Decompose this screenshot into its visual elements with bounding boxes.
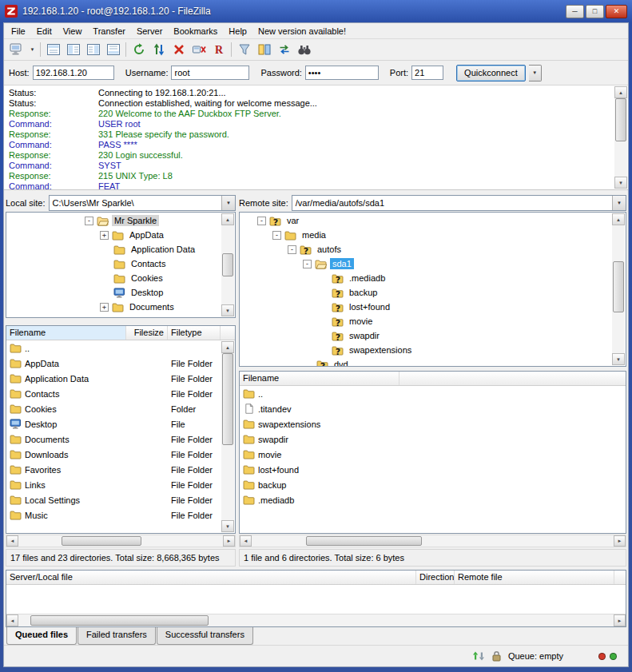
menu-help[interactable]: Help	[223, 25, 252, 38]
queue-column-header-remote-file[interactable]: Remote file	[455, 571, 614, 584]
scroll-down-button[interactable]: ▼	[221, 520, 234, 532]
menu-bookmarks[interactable]: Bookmarks	[168, 25, 223, 38]
scroll-left-button[interactable]: ◄	[6, 614, 18, 626]
queue-column-header-direction[interactable]: Direction	[416, 571, 455, 584]
collapse-expander-icon[interactable]: -	[272, 231, 281, 240]
remote-tree-item-swapextensions[interactable]: ?swapextensions	[242, 343, 611, 357]
tab-successful-transfers[interactable]: Successful transfers	[157, 627, 253, 645]
menu-transfer[interactable]: Transfer	[87, 25, 131, 38]
local-file-row-application-data[interactable]: Application DataFile Folder	[6, 371, 235, 386]
local-list-scrollbar[interactable]: ▲▼	[221, 341, 234, 532]
expand-expander-icon[interactable]: +	[100, 303, 109, 312]
dropdown-arrow-icon[interactable]: ▼	[612, 196, 626, 210]
remote-tree-item-dvd[interactable]: ?dvd	[242, 357, 611, 367]
toggle-remote-tree-button[interactable]	[83, 41, 103, 59]
scroll-right-button[interactable]: ►	[614, 535, 626, 547]
remote-tree-item-autofs[interactable]: -?autofs	[242, 242, 611, 256]
remote-column-header-filename[interactable]: Filename	[240, 372, 399, 385]
local-file-row-documents[interactable]: DocumentsFile Folder	[6, 431, 235, 447]
toggle-local-tree-button[interactable]	[63, 41, 83, 59]
encryption-icon[interactable]	[491, 650, 502, 662]
local-tree-item-appdata[interactable]: +AppData	[9, 228, 221, 242]
collapse-expander-icon[interactable]: -	[288, 245, 296, 254]
remote-file-row-swapdir[interactable]: swapdir	[240, 431, 626, 447]
local-file-row-contacts[interactable]: ContactsFile Folder	[6, 386, 235, 401]
local-file-row-favorites[interactable]: FavoritesFile Folder	[6, 462, 235, 477]
scroll-thumb[interactable]	[613, 261, 624, 312]
scroll-track[interactable]	[18, 614, 614, 626]
remote-tree-item-var[interactable]: -?var	[242, 213, 611, 228]
remote-file-row-backup[interactable]: backup	[240, 477, 626, 492]
directory-comparison-button[interactable]	[254, 41, 274, 59]
scroll-up-button[interactable]: ▲	[612, 213, 625, 225]
queue-hscrollbar[interactable]: ◄►	[6, 614, 626, 626]
scroll-thumb[interactable]	[615, 98, 626, 141]
toggle-queue-button[interactable]	[103, 41, 123, 59]
scroll-right-button[interactable]: ►	[223, 535, 235, 547]
scroll-thumb[interactable]	[30, 615, 209, 626]
remote-tree-item-media[interactable]: -media	[242, 228, 611, 242]
local-tree-item-contacts[interactable]: Contacts	[9, 256, 221, 271]
title-bar[interactable]: 192.168.1.20 - root@192.168.1.20 - FileZ…	[3, 0, 629, 22]
filter-button[interactable]	[234, 41, 254, 59]
toggle-message-log-button[interactable]	[43, 41, 63, 59]
remote-file-row-mediadb[interactable]: .mediadb	[240, 492, 626, 507]
tab-failed-transfers[interactable]: Failed transfers	[78, 627, 156, 645]
remote-tree-item-movie[interactable]: ?movie	[242, 314, 611, 328]
quickconnect-dropdown-button[interactable]: ▼	[529, 65, 542, 82]
scroll-up-button[interactable]: ▲	[221, 213, 234, 225]
local-tree-item-mr-sparkle[interactable]: -Mr Sparkle	[9, 213, 221, 228]
scroll-down-button[interactable]: ▼	[221, 304, 234, 316]
scroll-up-button[interactable]: ▲	[221, 341, 234, 353]
local-tree-splitter[interactable]	[6, 318, 236, 325]
cancel-button[interactable]	[169, 41, 189, 59]
local-file-row-links[interactable]: LinksFile Folder	[6, 477, 235, 492]
remote-list-hscrollbar[interactable]: ◄►	[239, 535, 626, 547]
scroll-track[interactable]	[18, 535, 223, 547]
local-tree-item-desktop[interactable]: Desktop	[9, 285, 221, 300]
scroll-left-button[interactable]: ◄	[6, 535, 18, 547]
find-button[interactable]	[294, 41, 314, 59]
remote-file-row-swapextensions[interactable]: swapextensions	[240, 416, 626, 431]
host-input[interactable]	[33, 66, 114, 80]
local-file-row-downloads[interactable]: DownloadsFile Folder	[6, 447, 235, 462]
tab-queued-files[interactable]: Queued files	[6, 627, 77, 645]
remote-tree-item-swapdir[interactable]: ?swapdir	[242, 328, 611, 343]
scroll-thumb[interactable]	[222, 353, 233, 445]
scroll-thumb[interactable]	[62, 536, 141, 546]
local-tree-item-documents[interactable]: +Documents	[9, 300, 221, 314]
remote-tree-scrollbar[interactable]: ▲▼	[612, 213, 625, 365]
collapse-expander-icon[interactable]: -	[85, 217, 93, 225]
scroll-track[interactable]	[252, 535, 614, 547]
local-tree-item-application-data[interactable]: Application Data	[9, 242, 221, 256]
remote-site-combo[interactable]: /var/media/autofs/sda1 ▼	[292, 195, 626, 211]
local-site-combo[interactable]: C:\Users\Mr Sparkle\ ▼	[49, 195, 236, 211]
scroll-thumb[interactable]	[306, 536, 422, 546]
synchronized-browsing-button[interactable]	[274, 41, 294, 59]
process-queue-button[interactable]	[149, 41, 169, 59]
local-file-row-appdata[interactable]: AppDataFile Folder	[6, 356, 235, 371]
scroll-track[interactable]	[221, 353, 234, 520]
collapse-expander-icon[interactable]: -	[303, 260, 312, 268]
scroll-up-button[interactable]: ▲	[614, 86, 627, 98]
remote-file-row-lost-found[interactable]: lost+found	[240, 462, 626, 477]
dropdown-arrow-icon[interactable]: ▼	[221, 196, 235, 210]
remote-tree-item-sda1[interactable]: -sda1	[242, 256, 611, 271]
remote-tree-item-mediadb[interactable]: ?.mediadb	[242, 271, 611, 285]
message-log-scrollbar[interactable]: ▲▼	[614, 86, 627, 189]
speed-limits-icon[interactable]	[472, 650, 485, 662]
reconnect-button[interactable]: R	[209, 41, 229, 59]
queue-column-header-server-local-file[interactable]: Server/Local file	[6, 571, 416, 584]
menu-view[interactable]: View	[58, 25, 88, 38]
remote-file-row-movie[interactable]: movie	[240, 447, 626, 462]
minimize-button[interactable]: ─	[566, 5, 584, 18]
remote-tree-item-lost-found[interactable]: ?lost+found	[242, 300, 611, 314]
local-file-row-local-settings[interactable]: Local SettingsFile Folder	[6, 492, 235, 507]
scroll-thumb[interactable]	[222, 253, 233, 277]
password-input[interactable]	[305, 66, 379, 80]
scroll-down-button[interactable]: ▼	[614, 177, 627, 189]
local-tree-item-cookies[interactable]: Cookies	[9, 271, 221, 285]
menu-file[interactable]: File	[6, 25, 31, 38]
menu-server[interactable]: Server	[131, 25, 168, 38]
quickconnect-button[interactable]: Quickconnect	[456, 65, 526, 82]
